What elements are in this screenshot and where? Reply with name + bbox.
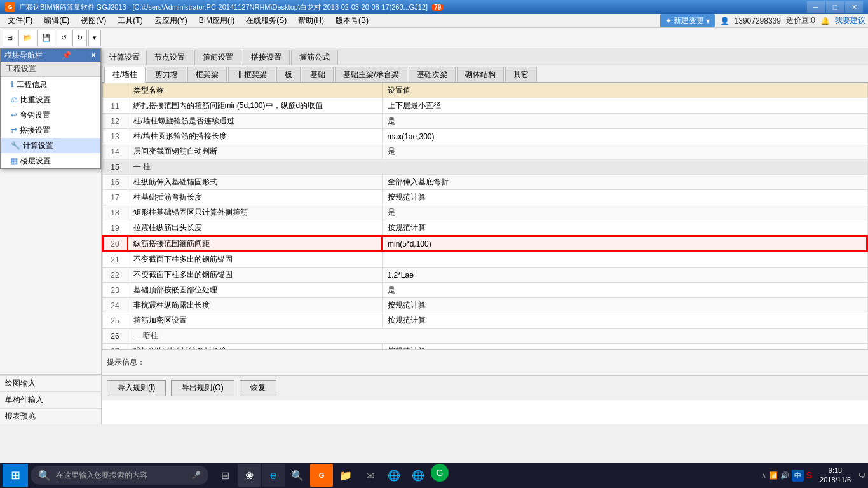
toolbar-save-btn[interactable]: 💾	[37, 30, 55, 46]
menu-edit[interactable]: 编辑(E)	[39, 14, 74, 27]
taskbar-up-icon[interactable]: ∧	[761, 471, 766, 480]
toolbar-undo-btn[interactable]: ↺	[57, 30, 71, 46]
row-value: 1.2*Lae	[382, 268, 867, 283]
taskbar-green-icon[interactable]: G	[431, 464, 449, 482]
sidebar-item-calc[interactable]: 🔧 计算设置	[1, 138, 100, 153]
table-row[interactable]: 21 不变截面下柱多出的钢筋锚固	[102, 252, 867, 268]
tab-stirrup-formula[interactable]: 箍筋公式	[291, 50, 338, 65]
module-nav-close[interactable]: ✕	[90, 51, 97, 60]
row-type-name: 非抗震柱纵筋露出长度	[128, 298, 382, 313]
title-bar-left: G 广联达BIM钢筋算量软件 GGJ2013 - [C:\Users\Admin…	[5, 2, 444, 12]
row-value	[382, 252, 867, 268]
tab-lap-settings[interactable]: 搭接设置	[243, 50, 290, 65]
sidebar-report-preview[interactable]: 报表预览	[0, 408, 101, 424]
menu-tools[interactable]: 工具(T)	[112, 14, 147, 27]
start-button[interactable]: ⊞	[3, 464, 28, 487]
section-name: — 柱	[128, 159, 867, 175]
minimize-button[interactable]: ─	[807, 1, 825, 13]
title-text: 广联达BIM钢筋算量软件 GGJ2013 - [C:\Users\Adminis…	[19, 3, 428, 12]
suggest-button[interactable]: 我要建议	[835, 15, 865, 26]
maximize-button[interactable]: □	[826, 1, 844, 13]
menu-help[interactable]: 帮助(H)	[293, 14, 329, 27]
menu-right-area: ✦ 新建变更 ▾ 👤 13907298339 造价豆:0 🔔 我要建议	[660, 14, 865, 27]
subtab-column-wall[interactable]: 柱/墙柱	[104, 67, 146, 83]
date: 2018/11/6	[820, 475, 851, 485]
taskbar-search[interactable]: 🔍 在这里输入您要搜索的内容 🎤	[31, 466, 208, 485]
table-row[interactable]: 14 层间变截面钢筋自动判断 是	[102, 144, 867, 159]
menu-view[interactable]: 视图(V)	[76, 14, 111, 27]
row-value: 上下层最小直径	[382, 98, 867, 114]
toolbar-more-btn[interactable]: ▾	[88, 30, 101, 46]
sidebar-item-bent[interactable]: ↩ 弯钩设置	[1, 107, 100, 123]
taskbar-network-icon[interactable]: 🌐	[407, 464, 430, 487]
module-nav-pin[interactable]: 📌	[62, 51, 71, 60]
tab-stirrup-settings[interactable]: 箍筋设置	[194, 50, 241, 65]
calc-settings-label: 计算设置	[104, 50, 145, 65]
table-row[interactable]: 22 不变截面下柱多出的钢筋锚固 1.2*Lae	[102, 268, 867, 283]
sidebar-draw-input[interactable]: 绘图输入	[0, 375, 101, 391]
row-type-name: 不变截面下柱多出的钢筋锚固	[128, 268, 382, 283]
toolbar-grid-btn[interactable]: ⊞	[3, 30, 17, 46]
subtab-masonry[interactable]: 砌体结构	[457, 67, 504, 82]
toolbar-open-btn[interactable]: 📂	[18, 30, 36, 46]
table-row[interactable]: 15 — 柱	[102, 159, 867, 175]
table-row[interactable]: 19 拉震柱纵筋出头长度 按规范计算	[102, 220, 867, 236]
restore-button[interactable]: 恢复	[240, 380, 276, 396]
sidebar-item-transfer[interactable]: ⇄ 搭接设置	[1, 123, 100, 138]
sidebar-component-input[interactable]: 单构件输入	[0, 391, 101, 408]
sidebar-item-project-info[interactable]: ℹ 工程信息	[1, 77, 100, 92]
subtab-foundation-secondary-beam[interactable]: 基础次梁	[409, 67, 456, 82]
subtab-foundation[interactable]: 基础	[302, 67, 334, 82]
table-row[interactable]: 17 柱基础插筋弯折长度 按规范计算	[102, 190, 867, 205]
row-type-name: 柱/墙柱螺旋箍筋是否连续通过	[128, 114, 382, 129]
taskbar-ime[interactable]: 中	[792, 470, 804, 482]
settings-table: 类型名称 设置值 11 绑扎搭接范围内的箍筋间距min(5d,100)中，纵筋d…	[102, 83, 868, 349]
table-row[interactable]: 26 — 暗柱	[102, 329, 867, 344]
row-value: 按规范计算	[382, 220, 867, 236]
sidebar-item-compare[interactable]: ⚖ 比重设置	[1, 92, 100, 107]
taskbar-ie-icon[interactable]: e	[262, 464, 285, 487]
taskbar-browser-icon[interactable]: 🌐	[383, 464, 405, 487]
table-row[interactable]: 11 绑扎搭接范围内的箍筋间距min(5d,100)中，纵筋d的取值 上下层最小…	[102, 98, 867, 114]
subtab-slab[interactable]: 板	[276, 67, 301, 82]
row-num: 17	[102, 190, 128, 205]
taskbar-folder-icon[interactable]: 📁	[334, 464, 357, 487]
row-value: 是	[382, 205, 867, 220]
row-num: 23	[102, 283, 128, 298]
taskbar-app-1[interactable]: ❀	[238, 464, 261, 487]
menu-file[interactable]: 文件(F)	[3, 14, 37, 27]
menu-cloud[interactable]: 云应用(Y)	[149, 14, 193, 27]
subtab-frame-beam[interactable]: 框架梁	[187, 67, 227, 82]
menu-online[interactable]: 在线服务(S)	[241, 14, 292, 27]
module-nav-header: 模块导航栏 📌 ✕	[1, 49, 100, 62]
subtab-other[interactable]: 其它	[505, 67, 537, 82]
import-rules-button[interactable]: 导入规则(I)	[107, 380, 166, 396]
new-change-button[interactable]: ✦ 新建变更 ▾	[660, 14, 715, 27]
subtab-foundation-main-beam[interactable]: 基础主梁/承台梁	[335, 67, 407, 82]
menu-bim[interactable]: BIM应用(I)	[194, 14, 240, 27]
table-row[interactable]: 25 箍筋加密区设置 按规范计算	[102, 313, 867, 329]
col-header-num	[102, 83, 128, 98]
table-row[interactable]: 13 柱/墙柱圆形箍筋的搭接长度 max(1ae,300)	[102, 129, 867, 144]
table-row[interactable]: 24 非抗震柱纵筋露出长度 按规范计算	[102, 298, 867, 313]
menu-version[interactable]: 版本号(B)	[330, 14, 374, 27]
tab-node-settings[interactable]: 节点设置	[146, 50, 193, 65]
task-view-icon[interactable]: ⊟	[214, 464, 236, 487]
table-row[interactable]: 27 暗柱/端柱基础插筋弯折长度 按规范计算	[102, 344, 867, 350]
taskbar-app-2[interactable]: G	[310, 464, 333, 487]
taskbar-mail-icon[interactable]: ✉	[358, 464, 381, 487]
subtab-shear-wall[interactable]: 剪力墙	[147, 67, 186, 82]
row-type-name: 箍筋加密区设置	[128, 313, 382, 329]
table-row[interactable]: 18 矩形柱基础锚固区只计算外侧箍筋 是	[102, 205, 867, 220]
table-row[interactable]: 16 柱纵筋伸入基础锚固形式 全部伸入基底弯折	[102, 175, 867, 190]
subtab-non-frame-beam[interactable]: 非框架梁	[228, 67, 275, 82]
close-button[interactable]: ✕	[845, 1, 863, 13]
export-rules-button[interactable]: 导出规则(O)	[171, 380, 234, 396]
table-row[interactable]: 23 基础顶部按嵌固部位处理 是	[102, 283, 867, 298]
taskbar-search-icon[interactable]: 🔍	[286, 464, 309, 487]
table-row[interactable]: 12 柱/墙柱螺旋箍筋是否连续通过 是	[102, 114, 867, 129]
sidebar-item-floor[interactable]: ▦ 楼层设置	[1, 153, 100, 168]
notification-icon[interactable]: 🗨	[858, 471, 865, 479]
table-row[interactable]: 20 纵筋搭接范围箍筋间距 min(5*d,100)	[102, 236, 867, 252]
toolbar-redo-btn[interactable]: ↻	[72, 30, 87, 46]
